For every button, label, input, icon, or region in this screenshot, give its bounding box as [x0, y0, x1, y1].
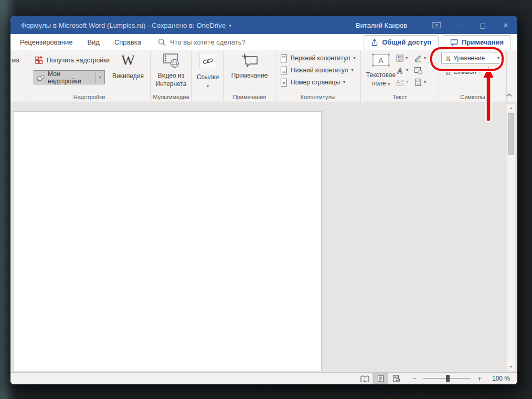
page-number-dropdown-icon: ▾: [343, 80, 345, 84]
web-layout-button[interactable]: [388, 373, 404, 384]
scroll-down-button[interactable]: ▼: [507, 363, 515, 371]
new-comment-button[interactable]: Примечание: [224, 53, 275, 79]
share-icon: [371, 39, 378, 46]
print-layout-button[interactable]: [373, 373, 388, 384]
document-page[interactable]: [14, 111, 322, 371]
document-area: ▲ ▼: [10, 102, 517, 372]
quick-parts-button[interactable]: ▾: [396, 54, 408, 62]
zoom-out-button[interactable]: −: [411, 375, 418, 383]
search-placeholder: Что вы хотите сделать?: [170, 38, 246, 46]
date-time-button[interactable]: [414, 66, 422, 74]
collapse-ribbon-button[interactable]: [505, 91, 513, 99]
clipped-button-text: ма: [12, 57, 19, 64]
close-button[interactable]: ✕: [494, 16, 517, 34]
object-button[interactable]: ▾: [414, 78, 426, 87]
zoom-slider-thumb[interactable]: [446, 375, 450, 382]
account-user-name[interactable]: Виталий Каиров: [356, 21, 407, 29]
tab-view[interactable]: Вид: [80, 34, 107, 50]
group-label-text: Текст: [361, 94, 439, 100]
web-layout-icon: [392, 375, 400, 382]
my-addins-button[interactable]: Мои надстройки ▾: [34, 70, 105, 84]
symbol-button[interactable]: Ω Символ ▾: [445, 68, 481, 76]
wikipedia-icon: W: [121, 53, 134, 68]
footer-button[interactable]: Нижний колонтитул ▾: [280, 66, 354, 75]
wordart-button[interactable]: A ▾: [396, 66, 408, 74]
equation-label: Уравнение: [453, 55, 485, 62]
ribbon-group-symbols: π Уравнение ▾ Ω Символ ▾ Символы: [439, 50, 507, 102]
textbox-label-1: Текстовое: [366, 71, 396, 79]
page-number-icon: #: [280, 78, 288, 87]
get-addins-label: Получить надстройки: [47, 57, 110, 64]
equation-button[interactable]: π Уравнение ▾: [441, 52, 504, 64]
header-label: Верхний колонтитул: [291, 55, 350, 62]
zoom-slider[interactable]: [423, 375, 471, 382]
scrollbar-thumb[interactable]: [508, 113, 514, 155]
zoom-in-button[interactable]: +: [476, 375, 483, 383]
wikipedia-button[interactable]: W Википедия: [111, 53, 145, 80]
textbox-icon: A: [369, 53, 392, 68]
page-number-label: Номер страницы: [291, 79, 340, 86]
wikipedia-label: Википедия: [112, 72, 144, 80]
object-icon: [414, 78, 422, 87]
symbol-omega-icon: Ω: [445, 68, 451, 76]
links-dropdown-icon: ▾: [207, 84, 209, 89]
new-comment-label: Примечание: [231, 72, 268, 79]
symbol-dropdown-icon: ▾: [479, 70, 481, 74]
ribbon-group-clipped: ма: [10, 50, 28, 102]
search-icon: [158, 38, 166, 46]
header-button[interactable]: Верхний колонтитул ▾: [280, 53, 355, 63]
zoom-level-value[interactable]: 100 %: [488, 375, 510, 382]
group-label-addins: Надстройки: [28, 94, 150, 100]
share-button[interactable]: Общий доступ: [364, 35, 439, 49]
comments-button[interactable]: Примечания: [443, 35, 511, 49]
links-iconbox: [199, 53, 216, 69]
group-label-comments: Примечания: [224, 94, 275, 100]
desktop-background: Формулы в Microsoft Word (Lumpics.ru) - …: [0, 0, 532, 399]
signature-line-icon: [414, 54, 422, 62]
get-addins-button[interactable]: Получить надстройки: [35, 56, 110, 64]
ribbon-group-links: Ссылки ▾: [192, 50, 224, 102]
new-comment-icon: [241, 53, 259, 69]
ribbon-group-header-footer: Верхний колонтитул ▾ Нижний колонтитул ▾…: [275, 50, 361, 102]
svg-text:A: A: [397, 67, 402, 75]
header-icon: [280, 54, 288, 63]
status-bar: − + 100 %: [10, 372, 517, 384]
minimize-button[interactable]: —: [448, 16, 471, 34]
ribbon-insert-contents: ма Получить надстройки: [10, 50, 517, 102]
vertical-scrollbar[interactable]: ▲ ▼: [507, 103, 515, 371]
symbol-label: Символ: [453, 68, 476, 76]
footer-label: Нижний колонтитул: [291, 67, 348, 74]
get-addins-icon: [35, 56, 44, 64]
ribbon-display-options-button[interactable]: [425, 16, 448, 34]
save-location-dropdown-icon[interactable]: ▾: [229, 23, 231, 28]
scroll-up-button[interactable]: ▲: [507, 104, 515, 112]
drop-cap-button[interactable]: A ▾: [396, 78, 408, 87]
tab-review[interactable]: Рецензирование: [10, 34, 80, 50]
group-label-media: Мультимедиа: [151, 94, 191, 100]
link-chain-icon: [203, 58, 214, 65]
footer-icon: [280, 66, 288, 75]
links-button[interactable]: Ссылки ▾: [192, 53, 224, 89]
online-video-icon: [161, 53, 181, 69]
textbox-button[interactable]: A Текстовое поле ▾: [365, 53, 397, 87]
equation-dropdown-icon[interactable]: ▾: [497, 56, 499, 60]
read-mode-icon: [360, 375, 369, 382]
ribbon-group-addins: Получить надстройки Мои надстройки ▾ W В…: [28, 50, 151, 102]
svg-text:A: A: [378, 56, 384, 64]
online-video-button[interactable]: Видео из Интернета: [151, 53, 191, 88]
drop-cap-icon: A: [396, 78, 405, 87]
header-dropdown-icon: ▾: [353, 56, 355, 60]
tell-me-search[interactable]: Что вы хотите сделать?: [158, 38, 246, 46]
group-label-symbols: Символы: [439, 94, 506, 100]
document-title: Формулы в Microsoft Word (Lumpics.ru) - …: [10, 21, 226, 29]
read-mode-button[interactable]: [357, 373, 373, 384]
page-number-button[interactable]: # Номер страницы ▾: [280, 78, 345, 87]
online-video-label-1: Видео из: [158, 72, 185, 79]
my-addins-dropdown[interactable]: ▾: [95, 71, 104, 84]
maximize-button[interactable]: ▢: [471, 16, 494, 34]
comments-button-label: Примечания: [462, 38, 504, 46]
my-addins-label: Мои надстройки: [46, 70, 95, 85]
date-time-icon: [414, 66, 422, 74]
tab-help[interactable]: Справка: [107, 34, 148, 50]
signature-line-button[interactable]: ▾: [414, 54, 426, 62]
